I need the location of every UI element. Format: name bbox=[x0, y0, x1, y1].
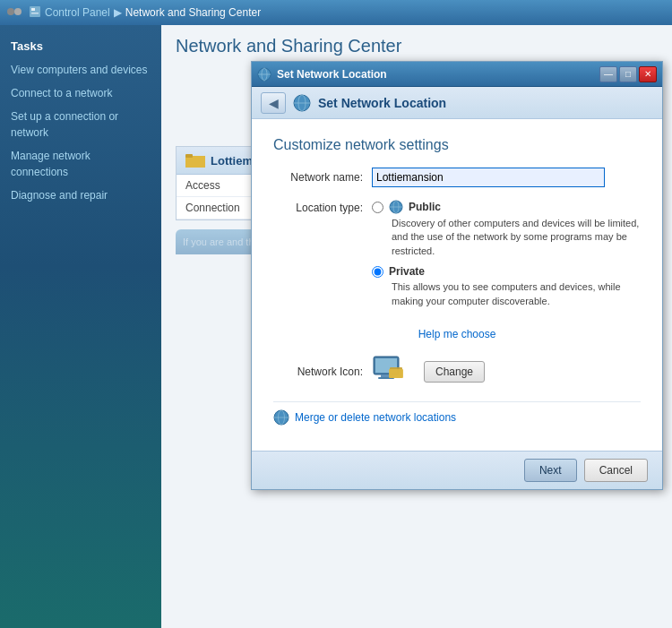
svg-point-0 bbox=[7, 8, 14, 15]
location-type-label: Location type: bbox=[273, 200, 372, 214]
location-type-row: Location type: bbox=[273, 200, 641, 315]
public-option: Public Discovery of other computers and … bbox=[372, 200, 641, 258]
private-description: This allows you to see computers and dev… bbox=[392, 280, 641, 308]
private-option: Private This allows you to see computers… bbox=[372, 265, 641, 308]
private-label[interactable]: Private bbox=[389, 265, 425, 278]
dialog-wrapper: Set Network Location — □ ✕ ◀ bbox=[251, 61, 663, 490]
merge-icon bbox=[273, 409, 289, 426]
svg-rect-2 bbox=[30, 6, 40, 17]
back-icon: ◀ bbox=[269, 96, 279, 110]
close-button[interactable]: ✕ bbox=[639, 66, 657, 82]
private-radio[interactable] bbox=[372, 266, 383, 278]
svg-point-1 bbox=[14, 8, 22, 15]
sidebar-title: Tasks bbox=[0, 34, 161, 58]
sidebar-item-setup-connection[interactable]: Set up a connection or network bbox=[0, 105, 161, 144]
back-button[interactable]: ◀ bbox=[261, 92, 286, 114]
dialog-body: Customize network settings Network name:… bbox=[252, 119, 662, 451]
help-link-container: Help me choose bbox=[273, 328, 641, 340]
sidebar-item-view-computers[interactable]: View computers and devices bbox=[0, 58, 161, 82]
dialog-nav-title: Set Network Location bbox=[318, 96, 446, 110]
dialog-icon bbox=[257, 67, 271, 82]
breadcrumb-item-2[interactable]: Network and Sharing Center bbox=[125, 6, 261, 19]
dialog-window-controls: — □ ✕ bbox=[599, 66, 657, 82]
public-radio[interactable] bbox=[372, 202, 383, 213]
svg-rect-22 bbox=[185, 154, 193, 158]
network-name-form-label: Network name: bbox=[273, 171, 372, 184]
svg-rect-4 bbox=[31, 13, 39, 14]
dialog-title-text: Set Network Location bbox=[277, 68, 387, 81]
public-description: Discovery of other computers and devices… bbox=[392, 217, 641, 258]
network-name-input[interactable] bbox=[372, 168, 605, 187]
dialog-nav-bar: ◀ Set Network Location bbox=[252, 87, 662, 119]
main-container: Tasks View computers and devices Connect… bbox=[0, 25, 672, 628]
change-icon-button[interactable]: Change bbox=[424, 361, 485, 383]
location-options: Public Discovery of other computers and … bbox=[372, 200, 641, 315]
public-radio-row: Public bbox=[372, 200, 641, 214]
window-icon bbox=[7, 4, 22, 22]
breadcrumb-icon bbox=[29, 5, 41, 21]
dialog-section-title: Customize network settings bbox=[273, 137, 641, 153]
svg-rect-37 bbox=[389, 369, 403, 378]
network-icon-preview bbox=[372, 355, 415, 389]
content-area: Network and Sharing Center View full map bbox=[161, 25, 672, 628]
breadcrumb-item-1[interactable]: Control Panel bbox=[45, 6, 110, 19]
title-bar: Control Panel ▶ Network and Sharing Cent… bbox=[0, 0, 672, 25]
nav-network-icon bbox=[293, 94, 311, 112]
dialog-title-left: Set Network Location bbox=[257, 67, 387, 82]
dialog-title-bar: Set Network Location — □ ✕ bbox=[252, 62, 662, 87]
sidebar-item-connect-network[interactable]: Connect to a network bbox=[0, 82, 161, 105]
next-button[interactable]: Next bbox=[524, 459, 577, 482]
svg-rect-3 bbox=[31, 8, 35, 11]
set-network-location-dialog: Set Network Location — □ ✕ ◀ bbox=[251, 61, 663, 490]
merge-link-row: Merge or delete network locations bbox=[273, 401, 641, 433]
merge-delete-link[interactable]: Merge or delete network locations bbox=[295, 411, 456, 424]
private-radio-row: Private bbox=[372, 265, 641, 278]
page-title: Network and Sharing Center bbox=[176, 36, 658, 56]
sidebar-item-manage-connections[interactable]: Manage network connections bbox=[0, 144, 161, 184]
network-folder-icon bbox=[185, 152, 205, 168]
public-label[interactable]: Public bbox=[409, 201, 441, 213]
cancel-button[interactable]: Cancel bbox=[584, 459, 648, 482]
dialog-footer: Next Cancel bbox=[252, 451, 662, 489]
sidebar-item-diagnose-repair[interactable]: Diagnose and repair bbox=[0, 184, 161, 207]
minimize-button[interactable]: — bbox=[599, 66, 617, 82]
network-icon-form-label: Network Icon: bbox=[273, 366, 372, 378]
sidebar: Tasks View computers and devices Connect… bbox=[0, 25, 161, 628]
public-globe-icon bbox=[389, 200, 403, 214]
network-name-row: Network name: bbox=[273, 168, 641, 187]
network-icon-row: Network Icon: Change bbox=[273, 355, 641, 389]
help-me-choose-link[interactable]: Help me choose bbox=[418, 328, 496, 340]
maximize-button[interactable]: □ bbox=[619, 66, 637, 82]
breadcrumb: Control Panel ▶ Network and Sharing Cent… bbox=[29, 5, 261, 21]
